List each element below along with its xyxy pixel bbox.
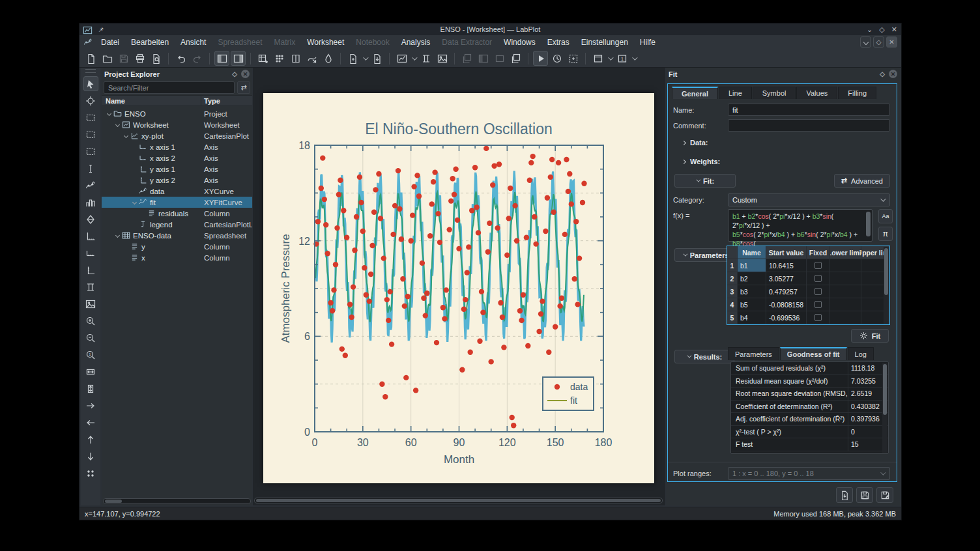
dropdown-chevron-icon[interactable] <box>362 51 368 66</box>
tree-item-x-axis-2[interactable]: x axis 2Axis <box>102 152 252 163</box>
fixed-checkbox[interactable] <box>814 288 822 295</box>
import-button[interactable] <box>369 51 384 66</box>
toggle-project-explorer-button[interactable] <box>214 51 229 66</box>
explorer-hscrollbar[interactable] <box>103 498 251 504</box>
dropdown-chevron-icon[interactable] <box>631 51 637 66</box>
new-matrix-button[interactable] <box>272 51 287 66</box>
comment-input[interactable] <box>728 119 890 132</box>
menu-bearbeiten[interactable]: Bearbeiten <box>125 36 175 49</box>
mdi-maximize-button[interactable]: ◇ <box>873 36 884 48</box>
tree-item-ENSO-data[interactable]: ENSO-dataSpreadsheet <box>102 230 252 241</box>
param-fixed-cell[interactable] <box>807 272 830 285</box>
close-dock-icon[interactable]: ✕ <box>241 70 250 78</box>
dropdown-chevron-icon[interactable] <box>411 51 417 66</box>
menu-hilfe[interactable]: Hilfe <box>634 36 661 49</box>
minimize-button[interactable]: ⌄ <box>867 25 872 34</box>
param-row-b1[interactable]: 1b110.6415 <box>727 259 889 272</box>
tree-item-Worksheet[interactable]: WorksheetWorksheet <box>102 119 252 130</box>
tree-item-ENSO[interactable]: ENSOProject <box>102 108 252 119</box>
add-axis-button[interactable] <box>83 229 98 244</box>
param-fixed-cell[interactable] <box>807 285 830 298</box>
param-start-value-cell[interactable]: -0.0808158 <box>766 298 807 311</box>
open-project-button[interactable] <box>100 51 115 66</box>
mdi-close-button[interactable]: ✕ <box>886 36 897 48</box>
scrollbar-handle[interactable] <box>884 248 888 295</box>
add-image-button[interactable] <box>83 296 98 311</box>
param-col-Fixed[interactable]: Fixed <box>807 246 830 259</box>
zoom-original-button[interactable]: 1 <box>83 347 98 362</box>
close-dock-icon[interactable]: ✕ <box>889 70 897 78</box>
menu-analysis[interactable]: Analysis <box>396 36 437 49</box>
print-preview-button[interactable] <box>149 51 164 66</box>
param-col-Name[interactable]: Name <box>738 246 766 259</box>
new-spreadsheet-button[interactable] <box>255 51 270 66</box>
toolbar-grip[interactable] <box>85 69 96 73</box>
param-name-cell[interactable]: b2 <box>738 272 766 285</box>
save-as-results-button[interactable] <box>876 487 893 503</box>
parameters-table[interactable]: NameStart valueFixedLower limitUpper lim… <box>727 246 890 325</box>
menu-datei[interactable]: Datei <box>95 36 125 49</box>
new-worksheet-button[interactable] <box>345 51 360 66</box>
zoom-out-button[interactable] <box>83 330 98 345</box>
cursor-mode-button[interactable] <box>549 51 564 66</box>
close-button[interactable]: ✕ <box>891 25 897 34</box>
zoom-x-select-tool[interactable] <box>83 127 98 142</box>
float-dock-icon[interactable]: ◇ <box>232 70 237 78</box>
category-select[interactable]: Custom <box>728 193 890 206</box>
param-table-vscrollbar[interactable] <box>884 247 889 324</box>
param-col-Lower limit[interactable]: Lower limit <box>830 246 861 259</box>
tree-item-residuals[interactable]: residualsColumn <box>102 208 252 219</box>
add-xy-curve-button[interactable] <box>83 178 98 193</box>
menu-einstellungen[interactable]: Einstellungen <box>575 36 634 49</box>
tree-item-legend[interactable]: legendCartesianPlotLegen <box>102 219 252 230</box>
new-plot-button[interactable] <box>394 51 409 66</box>
zoom-select-tool[interactable] <box>83 110 98 125</box>
tab-line[interactable]: Line <box>719 87 752 99</box>
fixed-checkbox[interactable] <box>814 262 822 269</box>
results-tab-parameters[interactable]: Parameters <box>728 347 779 360</box>
tree-item-x[interactable]: xColumn <box>102 252 252 263</box>
param-lower-limit-cell[interactable] <box>830 285 861 298</box>
functions-button[interactable]: Aa <box>878 209 893 223</box>
tree-item-fit[interactable]: fitXYFitCurve <box>102 197 252 208</box>
tab-filling[interactable]: Filling <box>838 87 876 99</box>
tree-expander[interactable] <box>113 123 122 126</box>
param-start-value-cell[interactable]: 10.6415 <box>766 259 807 272</box>
param-col-Start value[interactable]: Start value <box>766 246 807 259</box>
zoom-select-mode-button[interactable] <box>566 51 581 66</box>
magnification-button[interactable] <box>590 51 605 66</box>
xy-plot[interactable]: El Niño-Southern Oscillation030609012015… <box>263 93 654 483</box>
add-text-frame-button[interactable] <box>418 51 433 66</box>
param-lower-limit-cell[interactable] <box>830 259 861 272</box>
add-image-button[interactable] <box>435 51 450 66</box>
window-list-button[interactable] <box>508 51 523 66</box>
param-row-b5[interactable]: 4b5-0.0808158 <box>727 298 889 311</box>
tree-item-y[interactable]: yColumn <box>102 241 252 252</box>
undo-button[interactable] <box>173 51 188 66</box>
results-tab-log[interactable]: Log <box>848 347 874 360</box>
param-start-value-cell[interactable]: 3.05277 <box>766 272 807 285</box>
tab-general[interactable]: General <box>672 87 718 99</box>
presenter-mode-button[interactable]: 1 <box>614 51 629 66</box>
navigate-mode-button[interactable] <box>533 51 548 66</box>
param-row-b3[interactable]: 3b30.479257 <box>727 285 889 298</box>
new-project-button[interactable] <box>83 51 98 66</box>
add-fourier-button[interactable] <box>83 212 98 227</box>
auto-scale-button[interactable] <box>83 466 98 481</box>
zoom-fit-selection-button[interactable] <box>83 381 98 396</box>
shift-right-button[interactable] <box>83 398 98 413</box>
zoom-fit-page-button[interactable] <box>83 364 98 379</box>
formula-scrollbar[interactable] <box>866 212 871 236</box>
scrollbar-handle[interactable] <box>883 364 887 415</box>
save-results-button[interactable] <box>856 487 873 503</box>
param-fixed-cell[interactable] <box>807 298 830 311</box>
worksheet-view[interactable]: El Niño-Southern Oscillation030609012015… <box>253 68 665 505</box>
shift-up-button[interactable] <box>83 432 98 447</box>
shift-down-button[interactable] <box>83 449 98 464</box>
fixed-checkbox[interactable] <box>814 314 822 321</box>
advanced-button[interactable]: ⇄Advanced <box>834 174 890 188</box>
param-row-b2[interactable]: 2b23.05277 <box>727 272 889 285</box>
toggle-properties-explorer-button[interactable] <box>231 51 246 66</box>
run-fit-button[interactable]: Fit <box>851 329 889 343</box>
param-name-cell[interactable]: b1 <box>738 259 766 272</box>
